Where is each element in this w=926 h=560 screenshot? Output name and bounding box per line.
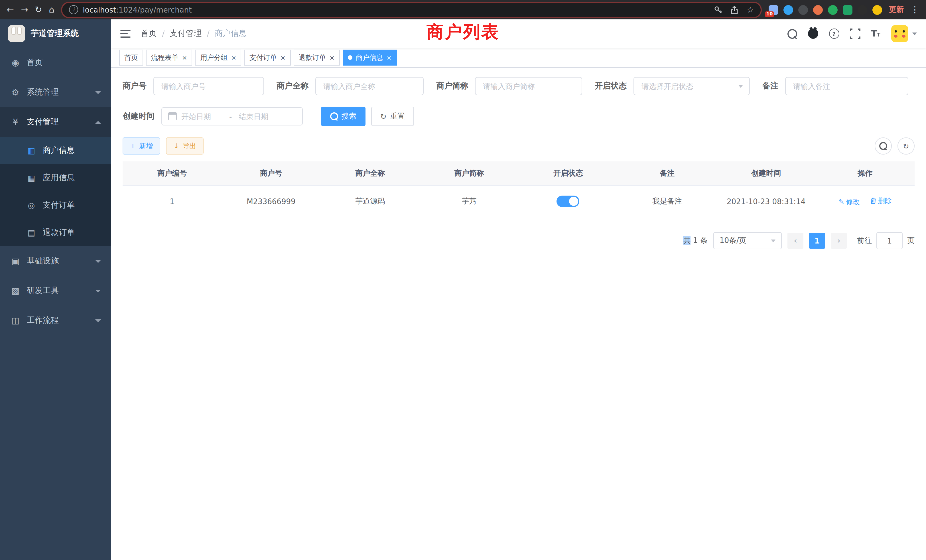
date-range-picker[interactable]: - [161,107,303,126]
start-date-input[interactable] [180,112,224,121]
sidebar-item-devtools[interactable]: ▩ 研发工具 [0,276,111,306]
close-icon[interactable]: × [182,54,187,61]
user-menu[interactable] [891,25,917,42]
app-logo[interactable]: 芋道管理系统 [0,20,111,48]
tab-user-group[interactable]: 用户分组 × [195,50,241,65]
tab-refund-order[interactable]: 退款订单 × [294,50,340,65]
tab-process-form[interactable]: 流程表单 × [146,50,192,65]
reset-button[interactable]: ↻ 重置 [371,107,414,126]
breadcrumb-item[interactable]: 支付管理 [169,29,201,39]
browser-toolbar: ← → ↻ ⌂ i localhost:1024/pay/merchant ☆ … [0,0,926,20]
extension-icon[interactable] [828,5,838,15]
sidebar-item-workflow[interactable]: ◫ 工作流程 [0,306,111,335]
close-icon[interactable]: × [280,54,285,61]
breadcrumb-item[interactable]: 首页 [141,29,157,39]
back-icon[interactable]: ← [7,5,14,14]
sidebar-toggle-icon[interactable] [120,30,130,38]
sidebar-item-merchant-info[interactable]: ▥ 商户信息 [0,137,111,164]
current-page-button[interactable]: 1 [809,233,825,249]
extension-icon[interactable] [843,5,852,15]
chrome-update-button[interactable]: 更新 [889,5,904,15]
search-button[interactable]: 搜索 [321,107,366,126]
cell-merchant-short: 芋艿 [420,186,519,217]
font-size-icon[interactable]: TT [871,29,881,39]
home-icon[interactable]: ⌂ [49,5,54,14]
table-tools: ↻ [875,138,915,154]
toggle-search-button[interactable] [875,138,892,154]
sidebar-item-infra[interactable]: ▣ 基础设施 [0,246,111,276]
tools-icon: ▩ [10,286,21,296]
status-select-input[interactable] [640,81,735,91]
help-icon[interactable]: ? [829,29,839,39]
extension-icon[interactable] [813,5,823,15]
sidebar-item-system[interactable]: ⚙ 系统管理 [0,77,111,107]
merchant-no-input-wrap [153,77,264,95]
url-text: localhost:1024/pay/merchant [83,5,192,14]
github-icon[interactable] [808,29,818,39]
next-page-button[interactable]: › [831,233,847,249]
font-size-small-glyph: T [877,32,881,38]
cell-remark: 我是备注 [617,186,716,217]
app-grid-icon: ▦ [26,173,36,183]
add-button[interactable]: + 新增 [123,138,160,154]
profile-avatar-icon[interactable] [872,5,882,15]
status-toggle[interactable] [557,195,580,207]
close-icon[interactable]: × [329,54,334,61]
share-icon[interactable] [731,5,739,14]
tab-label: 支付订单 [250,53,277,62]
annotation-merchant-list: 商户列表 [427,21,499,44]
tab-pay-order[interactable]: 支付订单 × [244,50,291,65]
delete-button[interactable]: 删除 [870,196,891,206]
workflow-icon: ◫ [10,315,21,325]
sidebar-item-label: 首页 [27,58,43,68]
browser-menu-icon[interactable]: ⋮ [911,5,919,15]
address-bar[interactable]: i localhost:1024/pay/merchant ☆ [61,2,762,18]
tab-label: 商户信息 [356,53,383,62]
tab-home[interactable]: 首页 [119,50,143,65]
status-select[interactable] [634,77,750,95]
edit-button[interactable]: ✎修改 [838,197,859,207]
password-key-icon[interactable] [714,5,723,14]
sidebar: 芋道管理系统 ◉ 首页 ⚙ 系统管理 ¥ 支付管理 ▥ 商户信息 ▦ 应用信息 [0,20,111,560]
extension-icon[interactable] [858,5,867,15]
logo-rabbit-icon [8,25,25,42]
fullscreen-icon[interactable] [850,29,860,39]
goto-page-input[interactable] [876,232,903,249]
merchant-name-input[interactable] [322,81,417,91]
end-date-input[interactable] [238,112,281,121]
merchant-no-input[interactable] [160,81,257,91]
tab-label: 首页 [124,53,138,62]
user-avatar[interactable] [891,25,908,42]
close-icon[interactable]: × [387,54,392,61]
refresh-table-button[interactable]: ↻ [897,138,915,154]
col-merchant-name: 商户全称 [321,161,420,186]
sidebar-item-app-info[interactable]: ▦ 应用信息 [0,164,111,192]
chevron-up-icon [95,121,101,123]
page-size-select[interactable]: 10条/页 [713,232,782,249]
extensions-puzzle-icon[interactable]: 10 [769,5,778,15]
sidebar-item-label: 退款订单 [43,227,75,238]
extension-icon[interactable] [784,5,793,15]
prev-page-button[interactable]: ‹ [787,233,803,249]
sidebar-item-payment[interactable]: ¥ 支付管理 [0,107,111,137]
site-info-icon[interactable]: i [69,5,79,14]
download-icon: ↓ [173,142,179,150]
forward-icon[interactable]: → [21,5,28,14]
dashboard-icon: ◉ [10,58,21,68]
remark-input[interactable] [792,81,902,91]
merchant-short-input[interactable] [482,81,575,91]
bookmark-star-icon[interactable]: ☆ [747,5,754,14]
close-icon[interactable]: × [231,54,236,61]
extension-icon[interactable] [798,5,808,15]
search-icon[interactable] [787,29,797,38]
sidebar-item-pay-order[interactable]: ◎ 支付订单 [0,192,111,219]
tab-merchant-info[interactable]: 商户信息 × [343,50,397,65]
sidebar-item-refund-order[interactable]: ▤ 退款订单 [0,219,111,246]
reload-icon[interactable]: ↻ [35,5,42,14]
extension-icons: 10 [769,5,882,15]
edit-pencil-icon: ✎ [838,198,844,206]
export-button[interactable]: ↓ 导出 [166,138,204,154]
table-toolbar: + 新增 ↓ 导出 ↻ [123,138,915,154]
col-merchant-short: 商户简称 [420,161,519,186]
sidebar-item-home[interactable]: ◉ 首页 [0,48,111,77]
